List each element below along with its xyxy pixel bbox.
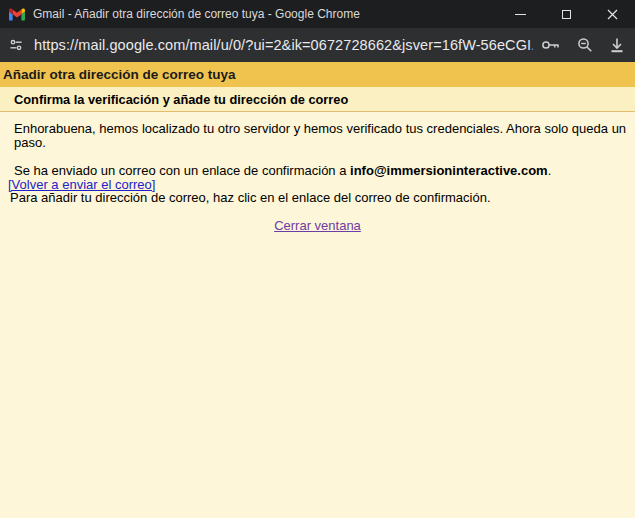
dialog-body: Enhorabuena, hemos localizado tu otro se… bbox=[0, 122, 635, 518]
window-titlebar: Gmail - Añadir otra dirección de correo … bbox=[0, 0, 635, 28]
confirmation-sent-suffix: . bbox=[548, 163, 552, 178]
minimize-icon bbox=[515, 14, 526, 15]
tune-icon[interactable] bbox=[8, 37, 24, 53]
window-title: Gmail - Añadir otra dirección de correo … bbox=[33, 7, 360, 21]
intro-text: Enhorabuena, hemos localizado tu otro se… bbox=[14, 122, 635, 150]
minimize-button[interactable] bbox=[497, 0, 543, 28]
close-icon bbox=[607, 9, 618, 20]
confirmation-email: info@immersioninteractive.com bbox=[350, 163, 548, 178]
address-bar: https://mail.google.com/mail/u/0/?ui=2&i… bbox=[0, 28, 635, 62]
address-bar-actions bbox=[541, 37, 625, 53]
maximize-icon bbox=[562, 10, 571, 19]
download-icon[interactable] bbox=[609, 37, 625, 53]
instruction-text: Para añadir tu dirección de correo, haz … bbox=[10, 191, 635, 205]
window-controls bbox=[497, 0, 635, 28]
close-window-link[interactable]: Cerrar ventana bbox=[274, 218, 361, 233]
dialog-title-bar: Añadir otra dirección de correo tuya bbox=[0, 62, 635, 87]
dialog-heading: Confirma la verificación y añade tu dire… bbox=[14, 92, 348, 107]
dialog-title: Añadir otra dirección de correo tuya bbox=[3, 67, 236, 82]
gmail-logo-icon bbox=[9, 8, 25, 21]
maximize-button[interactable] bbox=[543, 0, 589, 28]
close-button[interactable] bbox=[589, 0, 635, 28]
dialog-heading-bar: Confirma la verificación y añade tu dire… bbox=[0, 87, 635, 112]
key-icon[interactable] bbox=[541, 38, 561, 52]
confirmation-sent-text: Se ha enviado un correo con un enlace de… bbox=[14, 164, 635, 178]
zoom-out-icon[interactable] bbox=[577, 37, 593, 53]
url-input[interactable]: https://mail.google.com/mail/u/0/?ui=2&i… bbox=[34, 37, 533, 53]
